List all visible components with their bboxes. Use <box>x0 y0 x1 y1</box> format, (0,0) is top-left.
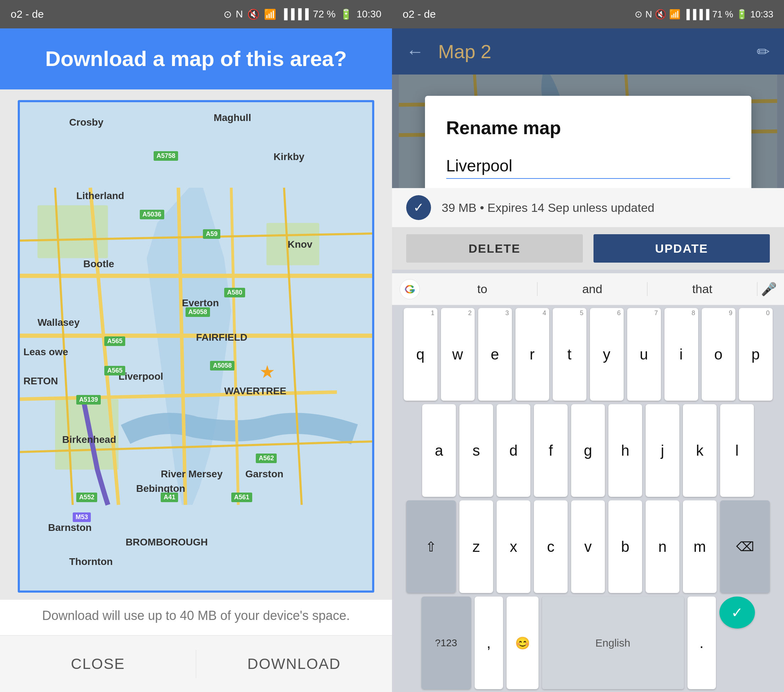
map-info-row: ✓ 39 MB • Expires 14 Sep unless updated <box>392 188 784 227</box>
rename-input[interactable] <box>446 156 730 175</box>
key-m[interactable]: m <box>683 500 716 593</box>
road-badge-a41: A41 <box>161 493 178 502</box>
key-h[interactable]: h <box>608 404 642 497</box>
left-panel: o2 - de ⊙ N 🔇 📶 ▐▐▐▐ 72 % 🔋 10:30 Downlo… <box>0 0 392 692</box>
battery-icon-right: 🔋 <box>736 9 748 20</box>
backspace-key[interactable]: ⌫ <box>720 500 770 593</box>
key-d[interactable]: d <box>497 404 530 497</box>
key-f[interactable]: f <box>534 404 568 497</box>
edit-button[interactable]: ✏ <box>757 43 770 61</box>
key-a[interactable]: a <box>422 404 456 497</box>
road-badge-a552: A552 <box>76 493 97 502</box>
road-badge-a562: A562 <box>256 453 277 463</box>
map-title: Map 2 <box>438 40 743 63</box>
emoji-key[interactable]: 😊 <box>507 596 539 689</box>
signal-icon: ▐▐▐▐ <box>281 8 309 20</box>
map-info-text: Download will use up to 40 MB of your de… <box>0 600 392 635</box>
wifi-icon: 📶 <box>264 8 276 20</box>
nfc-icon: N <box>236 8 243 20</box>
key-r[interactable]: 4r <box>516 308 549 400</box>
key-q[interactable]: 1q <box>404 308 437 400</box>
rename-dialog: Rename map CANCEL SAVE <box>425 96 751 188</box>
key-v[interactable]: v <box>571 500 605 593</box>
right-panel: o2 - de ⊙ N 🔇 📶 ▐▐▐▐ 71 % 🔋 10:33 ← Map … <box>392 0 784 692</box>
key-row-1: 1q 2w 3e 4r 5t 6y 7u 8i 9o 0p <box>395 308 781 400</box>
app-header: ← Map 2 ✏ <box>392 28 784 74</box>
key-p[interactable]: 0p <box>739 308 772 400</box>
action-buttons-row: DELETE UPDATE <box>392 227 784 270</box>
road-badge-a5139: A5139 <box>76 395 101 405</box>
key-n[interactable]: n <box>646 500 679 593</box>
download-button[interactable]: DOWNLOAD <box>196 636 392 692</box>
key-c[interactable]: c <box>534 500 568 593</box>
carrier-right: o2 - de <box>403 8 436 20</box>
key-row-2: a s d f g h j k l <box>395 404 781 497</box>
nfc-icon-r: N <box>645 9 652 20</box>
key-j[interactable]: j <box>646 404 679 497</box>
battery-left: 72 % <box>313 8 336 20</box>
key-u[interactable]: 7u <box>627 308 661 400</box>
update-button[interactable]: UPDATE <box>593 234 770 263</box>
check-icon: ✓ <box>413 200 424 215</box>
wifi-icon-r: 📶 <box>669 9 680 20</box>
rename-dialog-title: Rename map <box>446 117 730 138</box>
svg-text:★: ★ <box>259 362 275 382</box>
map-preview-area: dens com Rename map CANCEL SAVE <box>392 74 784 188</box>
numbers-key[interactable]: ?123 <box>422 596 471 689</box>
key-e[interactable]: 3e <box>478 308 512 400</box>
dialog-header: Download a map of this area? <box>0 28 392 89</box>
mic-button[interactable]: 🎤 <box>761 282 777 297</box>
status-bar-left: o2 - de ⊙ N 🔇 📶 ▐▐▐▐ 72 % 🔋 10:30 <box>0 0 392 28</box>
status-icons-right: ⊙ N 🔇 📶 ▐▐▐▐ 71 % 🔋 10:33 <box>635 9 773 20</box>
key-row-4: ?123 , 😊 English . ✓ <box>395 596 781 689</box>
battery-icon-left: 🔋 <box>340 8 352 20</box>
road-badge-a5058-1: A5058 <box>186 307 210 317</box>
key-b[interactable]: b <box>608 500 642 593</box>
key-s[interactable]: s <box>460 404 493 497</box>
key-period[interactable]: . <box>687 596 716 689</box>
location-icon-r: ⊙ <box>635 9 642 20</box>
keyboard-area: to and that 🎤 1q 2w 3e 4r 5t 6y 7u 8i 9o… <box>392 270 784 692</box>
google-logo <box>399 278 420 300</box>
key-z[interactable]: z <box>460 500 493 593</box>
mute-icon-r: 🔇 <box>655 9 666 20</box>
key-y[interactable]: 6y <box>590 308 624 400</box>
key-k[interactable]: k <box>683 404 716 497</box>
shift-key[interactable]: ⇧ <box>406 500 456 593</box>
back-button[interactable]: ← <box>406 41 424 62</box>
suggestion-and[interactable]: and <box>537 282 647 296</box>
delete-button[interactable]: DELETE <box>406 234 583 263</box>
done-key[interactable]: ✓ <box>720 596 755 628</box>
close-button[interactable]: CLOSE <box>0 636 196 692</box>
road-badge-a5758: A5758 <box>153 151 178 161</box>
road-badge-m53: M53 <box>73 512 91 522</box>
map-background: ★ Crosby Maghull Kirkby Litherland Bootl… <box>20 102 372 590</box>
road-badge-a565-2: A565 <box>104 366 125 376</box>
keyboard-suggestions: to and that 🎤 <box>392 273 784 305</box>
key-i[interactable]: 8i <box>664 308 698 400</box>
key-l[interactable]: l <box>720 404 754 497</box>
key-row-3: ⇧ z x c v b n m ⌫ <box>395 500 781 593</box>
key-t[interactable]: 5t <box>553 308 586 400</box>
suggestion-to[interactable]: to <box>427 282 537 296</box>
key-w[interactable]: 2w <box>441 308 474 400</box>
suggestion-that[interactable]: that <box>647 282 758 296</box>
road-badge-a5058-2: A5058 <box>210 361 234 371</box>
road-badge-a5036: A5036 <box>140 210 164 219</box>
status-bar-right: o2 - de ⊙ N 🔇 📶 ▐▐▐▐ 71 % 🔋 10:33 <box>392 0 784 28</box>
space-key[interactable]: English <box>542 596 684 689</box>
carrier-left: o2 - de <box>11 8 44 20</box>
signal-icon-r: ▐▐▐▐ <box>683 9 710 20</box>
road-badge-a561: A561 <box>231 493 252 502</box>
rename-input-container <box>446 156 730 179</box>
key-g[interactable]: g <box>571 404 605 497</box>
road-badge-a565-1: A565 <box>104 336 125 346</box>
map-info-size: 39 MB • Expires 14 Sep unless updated <box>441 201 770 215</box>
key-o[interactable]: 9o <box>702 308 735 400</box>
key-comma[interactable]: , <box>474 596 503 689</box>
mute-icon: 🔇 <box>247 8 260 20</box>
map-check-icon: ✓ <box>406 195 431 220</box>
road-badge-a59: A59 <box>203 229 220 239</box>
key-x[interactable]: x <box>497 500 530 593</box>
status-icons-left: ⊙ N 🔇 📶 ▐▐▐▐ 72 % 🔋 10:30 <box>224 8 382 20</box>
